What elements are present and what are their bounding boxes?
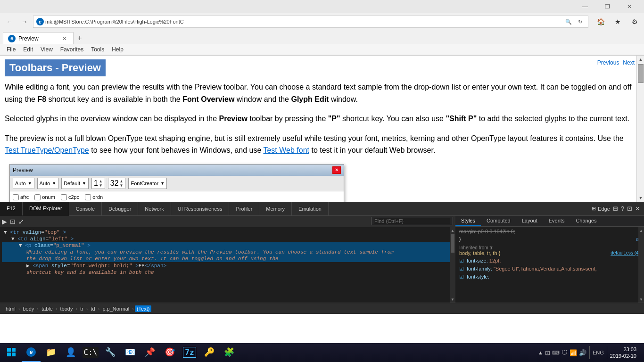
devtools-dock-icon[interactable]: ⊟ <box>613 205 618 212</box>
devtools-tab-memory[interactable]: Memory <box>259 202 292 216</box>
devtools-tab-profiler[interactable]: Profiler <box>229 202 259 216</box>
style-checkbox-font-style[interactable]: ☑ <box>459 274 464 280</box>
taskbar-shield-icon[interactable]: 🛡 <box>561 349 568 356</box>
dom-resize-icon[interactable]: ⤢ <box>18 218 24 225</box>
dropdown-auto-2[interactable]: Auto ▼ <box>37 178 59 189</box>
styles-tab-styles[interactable]: Styles <box>455 216 481 226</box>
main-scrollbar[interactable]: ▲ ▼ <box>636 56 644 202</box>
dom-scroll-thumb[interactable] <box>451 234 454 253</box>
taskbar-app10[interactable]: 🔑 <box>200 343 219 362</box>
devtools-popout-icon[interactable]: ⊡ <box>627 205 632 212</box>
styles-scroll-up[interactable]: ▲ <box>638 227 644 234</box>
taskbar-arrow-icon[interactable]: ▲ <box>538 350 543 355</box>
breadcrumb-td[interactable]: td <box>89 305 97 312</box>
breadcrumb-text[interactable]: (Text) <box>135 305 152 312</box>
styles-tab-changes[interactable]: Changes <box>570 216 602 226</box>
dom-line-tr[interactable]: ▼ <tr valign="top" > <box>2 229 453 236</box>
breadcrumb-body[interactable]: body <box>21 305 36 312</box>
restore-button[interactable]: ❐ <box>596 0 618 13</box>
address-bar[interactable]: e mk:@MSITStore:C:\Program%20Files\High-… <box>33 16 588 28</box>
spinner-2[interactable]: 32 ▲▼ <box>108 178 126 189</box>
dom-line-td[interactable]: ▼ <td align="left" > <box>2 236 453 242</box>
dom-triangle-span[interactable]: ▶ <box>26 263 30 269</box>
tab-close-button[interactable]: ✕ <box>61 35 68 42</box>
style-checkbox-font-family[interactable]: ☑ <box>459 266 464 272</box>
taskbar-volume-icon[interactable]: 🔊 <box>579 349 586 356</box>
style-source-link[interactable]: default.css (4) <box>611 250 640 255</box>
dropdown-auto-1[interactable]: Auto ▼ <box>13 178 34 189</box>
breadcrumb-html[interactable]: html <box>4 305 17 312</box>
devtools-tab-f12[interactable]: F12 <box>0 202 23 216</box>
close-button[interactable]: ✕ <box>619 0 640 13</box>
devtools-help-icon[interactable]: ? <box>621 205 624 212</box>
menu-tools[interactable]: Tools <box>87 45 108 54</box>
favorites-icon[interactable]: ★ <box>611 15 624 28</box>
taskbar-network-icon[interactable]: 📶 <box>570 349 577 356</box>
taskbar-app11[interactable]: 🧩 <box>220 343 239 362</box>
checkbox-onum[interactable]: onum <box>34 194 55 200</box>
active-tab[interactable]: e Preview ✕ <box>3 32 74 44</box>
dom-scroll-down[interactable]: ▼ <box>450 296 455 303</box>
checkbox-c2pc[interactable]: c2pc <box>61 194 79 200</box>
new-tab-button[interactable]: + <box>74 32 86 44</box>
spinner-1[interactable]: 1 ▲▼ <box>91 178 105 189</box>
scroll-up-arrow[interactable]: ▲ <box>637 56 644 63</box>
home-icon[interactable]: 🏠 <box>594 15 607 28</box>
devtools-layout-icon[interactable]: ⊞ Edge <box>592 206 610 212</box>
menu-view[interactable]: View <box>37 45 57 54</box>
taskbar-explorer[interactable]: 📁 <box>41 343 60 362</box>
taskbar-app7[interactable]: 📌 <box>140 343 159 362</box>
dom-line-text2[interactable]: the drop-down list or enter your own tex… <box>2 255 453 262</box>
menu-help[interactable]: Help <box>108 45 127 54</box>
refresh-icon[interactable]: ↻ <box>575 16 585 27</box>
styles-tab-events[interactable]: Events <box>543 216 570 226</box>
checkbox-ordn[interactable]: ordn <box>85 194 103 200</box>
dom-inspect-icon[interactable]: ▶ <box>2 218 7 225</box>
search-icon[interactable]: 🔍 <box>563 16 574 27</box>
styles-tab-computed[interactable]: Computed <box>481 216 516 226</box>
taskbar-mail[interactable]: 📧 <box>121 343 140 362</box>
devtools-tab-debugger[interactable]: Debugger <box>102 202 138 216</box>
devtools-tab-network[interactable]: Network <box>138 202 171 216</box>
previous-link[interactable]: Previous <box>597 59 619 66</box>
taskbar-keyboard-icon[interactable]: ⌨ <box>552 350 560 356</box>
dom-triangle-p[interactable]: ▼ <box>19 243 22 248</box>
next-link[interactable]: Next <box>623 59 635 66</box>
test-webfont-link[interactable]: Test Web font <box>263 146 309 154</box>
dom-line-span[interactable]: ▶ <span style="font-weight: bold;" >F8</… <box>2 262 453 269</box>
dropdown-default[interactable]: Default ▼ <box>61 178 89 189</box>
breadcrumb-tbody[interactable]: tbody <box>58 305 75 312</box>
styles-scrollbar[interactable]: ▲ ▼ <box>638 227 644 303</box>
scroll-thumb[interactable] <box>638 64 644 83</box>
devtools-tab-ui[interactable]: UI Responsiveness <box>171 202 230 216</box>
menu-edit[interactable]: Edit <box>19 45 37 54</box>
taskbar-app5[interactable]: 🔧 <box>101 343 120 362</box>
back-button[interactable]: ← <box>3 15 16 28</box>
dom-scroll-track[interactable] <box>450 234 455 296</box>
start-button[interactable] <box>2 343 21 362</box>
taskbar-app9[interactable]: 7z <box>180 343 199 362</box>
taskbar-ie[interactable]: e <box>22 343 41 362</box>
styles-tab-layout[interactable]: Layout <box>516 216 543 226</box>
dom-triangle-tr[interactable]: ▼ <box>4 230 7 235</box>
taskbar-cmd[interactable]: C:\ <box>81 343 100 362</box>
taskbar-language[interactable]: ENG <box>593 350 604 355</box>
devtools-tab-dom[interactable]: DOM Explorer <box>23 202 69 216</box>
style-checkbox-font-size[interactable]: ☑ <box>459 258 464 263</box>
devtools-close-icon[interactable]: ✕ <box>635 205 640 212</box>
scroll-track[interactable] <box>637 63 644 194</box>
dom-scrollbar[interactable]: ▲ ▼ <box>450 227 455 303</box>
menu-file[interactable]: File <box>3 45 19 54</box>
taskbar-user[interactable]: 👤 <box>61 343 80 362</box>
dropdown-font[interactable]: FontCreator ▼ <box>128 178 167 189</box>
dom-box-icon[interactable]: ⊡ <box>10 218 16 225</box>
dom-line-text3[interactable]: shortcut key and is available in both th… <box>2 269 453 276</box>
devtools-tab-emulation[interactable]: Emulation <box>292 202 329 216</box>
dom-scroll-up[interactable]: ▲ <box>450 227 455 234</box>
test-truetype-link[interactable]: Test TrueType/OpenType <box>5 146 89 154</box>
dom-line-p[interactable]: ▼ <p class="p_Normal" > <box>2 242 453 249</box>
styles-scroll-track[interactable] <box>638 234 644 296</box>
dom-panel[interactable]: ▼ <tr valign="top" > ▼ <td align="left" … <box>0 216 455 303</box>
settings-icon[interactable]: ⚙ <box>628 15 641 28</box>
scroll-down-arrow[interactable]: ▼ <box>637 194 644 202</box>
